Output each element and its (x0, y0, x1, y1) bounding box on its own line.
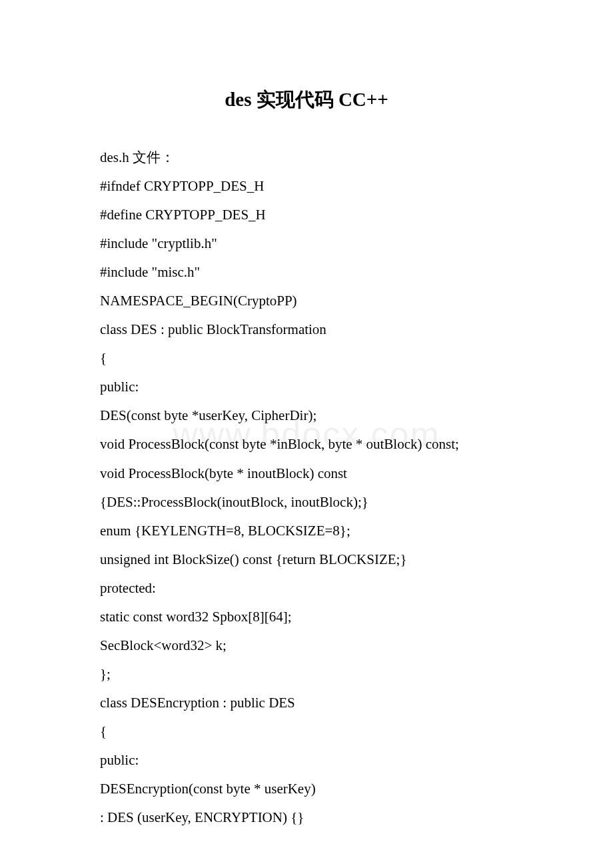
code-line: DESEncryption(const byte * userKey) (100, 775, 513, 803)
code-line: class DES : public BlockTransformation (100, 315, 513, 344)
code-line: { (100, 344, 513, 373)
code-line: static const word32 Spbox[8][64]; (100, 603, 513, 631)
code-line: { (100, 717, 513, 746)
code-line: }; (100, 660, 513, 689)
code-block: des.h 文件： #ifndef CRYPTOPP_DES_H #define… (100, 143, 513, 832)
code-line: class DESEncryption : public DES (100, 689, 513, 717)
code-line: #ifndef CRYPTOPP_DES_H (100, 172, 513, 201)
code-line: #include "cryptlib.h" (100, 229, 513, 258)
code-line: SecBlock<word32> k; (100, 631, 513, 660)
document-title: des 实现代码 CC++ (100, 87, 513, 113)
code-line: NAMESPACE_BEGIN(CryptoPP) (100, 287, 513, 315)
code-line: unsigned int BlockSize() const {return B… (100, 545, 513, 574)
code-line: void ProcessBlock(byte * inoutBlock) con… (100, 459, 513, 488)
document-content: des 实现代码 CC++ des.h 文件： #ifndef CRYPTOPP… (100, 87, 513, 832)
code-line: public: (100, 373, 513, 401)
code-line: protected: (100, 574, 513, 603)
code-line: : DES (userKey, ENCRYPTION) {} (100, 803, 513, 832)
code-line: public: (100, 746, 513, 775)
code-line: enum {KEYLENGTH=8, BLOCKSIZE=8}; (100, 517, 513, 545)
code-line: DES(const byte *userKey, CipherDir); (100, 401, 513, 430)
code-line: void ProcessBlock(const byte *inBlock, b… (100, 430, 513, 459)
code-line: #include "misc.h" (100, 258, 513, 287)
code-line: {DES::ProcessBlock(inoutBlock, inoutBloc… (100, 488, 513, 517)
code-line: #define CRYPTOPP_DES_H (100, 201, 513, 229)
code-line: des.h 文件： (100, 143, 513, 172)
